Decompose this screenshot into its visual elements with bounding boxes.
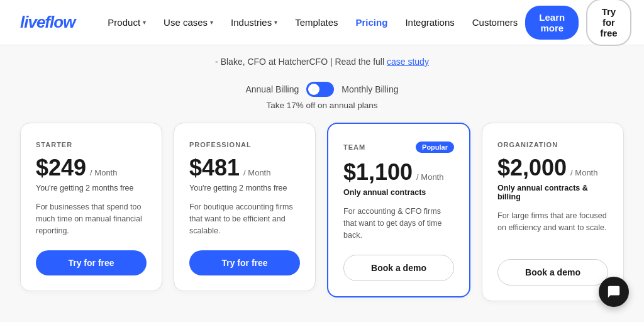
saving-text: You're getting 2 months free — [36, 184, 147, 192]
price-period: / Month — [570, 168, 597, 177]
nav-link-label: Customers — [472, 17, 518, 28]
nav-link-label: Pricing — [356, 17, 388, 28]
card-header: ORGANIZATION — [497, 141, 608, 148]
discount-text: Take 17% off on annual plans — [0, 101, 644, 110]
price-row: $2,000 / Month — [497, 155, 608, 181]
nav-link-label: Industries — [231, 17, 272, 28]
pricing-card-starter: STARTER $249 / Month You're getting 2 mo… — [20, 123, 162, 291]
price-amount: $249 — [36, 155, 86, 181]
card-header: TEAM Popular — [343, 142, 454, 153]
try-free-nav-button[interactable]: Try for free — [586, 0, 631, 46]
plan-cta-button[interactable]: Book a demo — [343, 255, 454, 281]
annual-billing-label: Annual Billing — [245, 84, 299, 94]
contract-text: Only annual contracts & billing — [497, 184, 608, 201]
card-tier-label: PROFESSIONAL — [189, 141, 252, 148]
plan-cta-button[interactable]: Book a demo — [497, 259, 608, 286]
toggle-thumb — [308, 84, 319, 95]
nav-link-integrations[interactable]: Integrations — [397, 12, 462, 33]
price-period: / Month — [416, 172, 443, 182]
pricing-cards: STARTER $249 / Month You're getting 2 mo… — [0, 123, 644, 301]
card-header: PROFESSIONAL — [189, 141, 300, 148]
price-amount: $481 — [189, 155, 240, 181]
nav-link-customers[interactable]: Customers — [465, 12, 526, 33]
nav-link-templates[interactable]: Templates — [287, 12, 345, 33]
brand-logo: liveflow — [20, 13, 75, 32]
nav-link-product[interactable]: Product▾ — [100, 12, 153, 33]
card-tier-label: ORGANIZATION — [497, 141, 558, 148]
nav-link-label: Use cases — [164, 17, 208, 28]
plan-description: For boutique accounting firms that want … — [189, 201, 300, 236]
nav-link-pricing[interactable]: Pricing — [348, 12, 396, 33]
pricing-card-professional: PROFESSIONAL $481 / Month You're getting… — [174, 123, 316, 291]
chevron-down-icon: ▾ — [274, 19, 277, 26]
popular-badge: Popular — [416, 142, 454, 153]
plan-cta-button[interactable]: Try for free — [189, 250, 300, 275]
quote-text: - Blake, CFO at HatcherCFO | Read the fu… — [215, 57, 384, 67]
plan-description: For accounting & CFO firms that want to … — [343, 206, 454, 241]
billing-toggle[interactable] — [306, 82, 334, 97]
price-row: $1,100 / Month — [343, 159, 454, 186]
pricing-card-organization: ORGANIZATION $2,000 / Month Only annual … — [482, 123, 624, 301]
price-period: / Month — [90, 168, 117, 177]
case-study-link[interactable]: case study — [387, 57, 429, 67]
nav-link-industries[interactable]: Industries▾ — [223, 12, 285, 33]
nav-link-label: Product — [108, 17, 140, 28]
card-tier-label: STARTER — [36, 141, 72, 148]
price-row: $481 / Month — [189, 155, 300, 181]
price-amount: $1,100 — [343, 159, 413, 186]
pricing-card-team: TEAM Popular $1,100 / Month Only annual … — [327, 123, 470, 297]
nav-actions: Learn more Try for free — [525, 0, 631, 46]
chat-bubble-button[interactable] — [599, 277, 629, 307]
plan-cta-button[interactable]: Try for free — [36, 250, 147, 275]
plan-description: For businesses that spend too much time … — [36, 201, 147, 236]
chat-icon — [607, 285, 621, 299]
saving-text: You're getting 2 months free — [189, 184, 300, 192]
chevron-down-icon: ▾ — [210, 19, 213, 26]
nav-links: Product▾Use cases▾Industries▾TemplatesPr… — [100, 12, 525, 33]
learn-more-button[interactable]: Learn more — [525, 6, 579, 40]
nav-link-use-cases[interactable]: Use cases▾ — [156, 12, 221, 33]
chevron-down-icon: ▾ — [143, 19, 146, 26]
nav-link-label: Integrations — [405, 17, 454, 28]
price-period: / Month — [243, 168, 270, 177]
billing-toggle-row: Annual Billing Monthly Billing — [0, 82, 644, 97]
main-content: - Blake, CFO at HatcherCFO | Read the fu… — [0, 45, 644, 322]
contract-text: Only annual contracts — [343, 188, 454, 197]
quote-bar: - Blake, CFO at HatcherCFO | Read the fu… — [0, 45, 644, 75]
nav-link-label: Templates — [295, 17, 338, 28]
price-row: $249 / Month — [36, 155, 147, 181]
monthly-billing-label: Monthly Billing — [341, 84, 398, 94]
plan-description: For large firms that are focused on effi… — [497, 210, 608, 245]
price-amount: $2,000 — [497, 155, 567, 181]
navbar: liveflow Product▾Use cases▾Industries▾Te… — [0, 0, 644, 45]
card-header: STARTER — [36, 141, 147, 148]
card-tier-label: TEAM — [343, 143, 365, 151]
